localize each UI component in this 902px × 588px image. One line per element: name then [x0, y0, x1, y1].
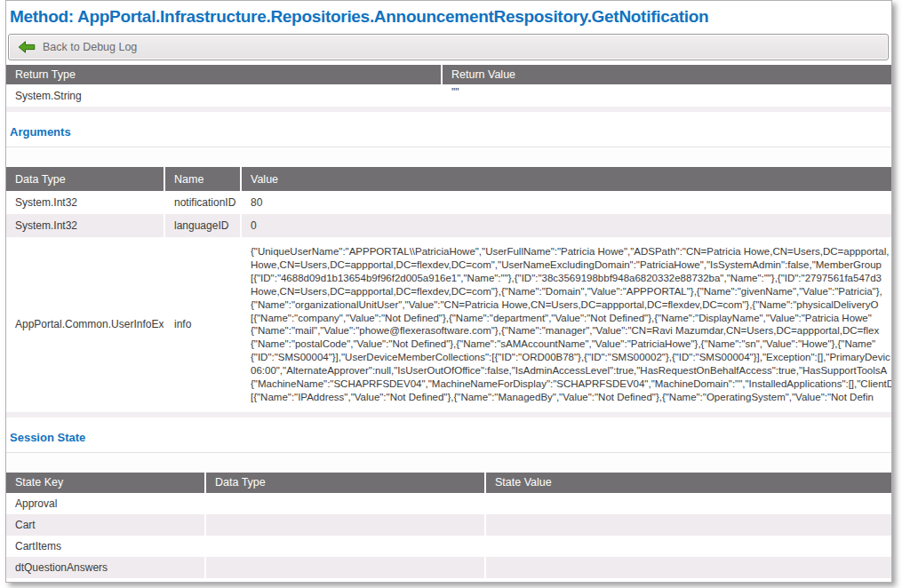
state-value-cell	[485, 514, 891, 536]
session-state-heading: Session State	[6, 417, 891, 452]
state-value-cell	[485, 557, 891, 578]
back-button-label: Back to Debug Log	[43, 41, 137, 53]
argument-name: notificationID	[164, 191, 241, 214]
session-state-table: State Key Data Type State Value Approval…	[6, 473, 891, 578]
session-state-row: CartItems	[6, 536, 891, 557]
state-value-cell	[485, 536, 891, 557]
state-type-cell	[205, 557, 485, 578]
argument-row: AppPortal.Common.UserInfoEx info {"Uniqu…	[6, 237, 891, 412]
session-state-row: dtQuestionAnswers	[6, 557, 891, 578]
data-type-header: Data Type	[6, 167, 164, 191]
name-header: Name	[164, 167, 241, 191]
page-title: Method: AppPortal.Infrastructure.Reposit…	[10, 7, 888, 27]
return-table-header-row: Return Type Return Value	[6, 65, 891, 84]
session-state-row: Cart	[6, 514, 891, 536]
argument-type: AppPortal.Common.UserInfoEx	[6, 237, 164, 412]
state-value-cell	[485, 493, 891, 514]
state-key-cell: dtQuestionAnswers	[6, 557, 205, 578]
argument-name: languageID	[164, 214, 241, 237]
arguments-heading: Arguments	[6, 112, 891, 147]
state-type-cell	[205, 514, 485, 536]
argument-name: info	[164, 237, 241, 412]
state-data-type-header: Data Type	[205, 473, 485, 493]
argument-value-json: {"UniqueUserName":"APPPORTAL\\PatriciaHo…	[241, 237, 891, 412]
argument-row: System.Int32 notificationID 80	[6, 191, 891, 214]
session-state-header-row: State Key Data Type State Value	[6, 473, 891, 493]
return-type-cell: System.String	[6, 84, 442, 107]
state-key-cell: Cart	[6, 514, 205, 536]
spacer-band	[6, 453, 891, 473]
state-key-cell: Approval	[6, 493, 205, 514]
return-table-row: System.String ""	[6, 84, 891, 107]
state-value-header: State Value	[485, 473, 891, 493]
argument-type: System.Int32	[6, 214, 164, 237]
user-info-json-text: {"UniqueUserName":"APPPORTAL\\PatriciaHo…	[251, 245, 891, 404]
return-value-header: Return Value	[442, 65, 891, 84]
argument-type: System.Int32	[6, 191, 164, 214]
arguments-table: Data Type Name Value System.Int32 notifi…	[6, 167, 891, 412]
argument-value: 80	[241, 191, 891, 214]
back-to-debug-log-button[interactable]: Back to Debug Log	[8, 34, 889, 60]
return-value-cell: ""	[442, 84, 891, 107]
debug-method-panel: Method: AppPortal.Infrastructure.Reposit…	[5, 0, 892, 583]
state-key-header: State Key	[6, 473, 205, 493]
value-header: Value	[241, 167, 891, 191]
spacer-band	[6, 147, 891, 167]
return-type-header: Return Type	[6, 65, 442, 84]
argument-row: System.Int32 languageID 0	[6, 214, 891, 237]
return-table: Return Type Return Value System.String "…	[6, 65, 891, 107]
title-bar: Method: AppPortal.Infrastructure.Reposit…	[6, 1, 891, 32]
arguments-header-row: Data Type Name Value	[6, 167, 891, 191]
argument-value: 0	[241, 214, 891, 237]
back-arrow-icon	[18, 41, 36, 53]
state-type-cell	[205, 536, 485, 557]
state-key-cell: CartItems	[6, 536, 205, 557]
state-type-cell	[205, 493, 485, 514]
session-state-row: Approval	[6, 493, 891, 514]
